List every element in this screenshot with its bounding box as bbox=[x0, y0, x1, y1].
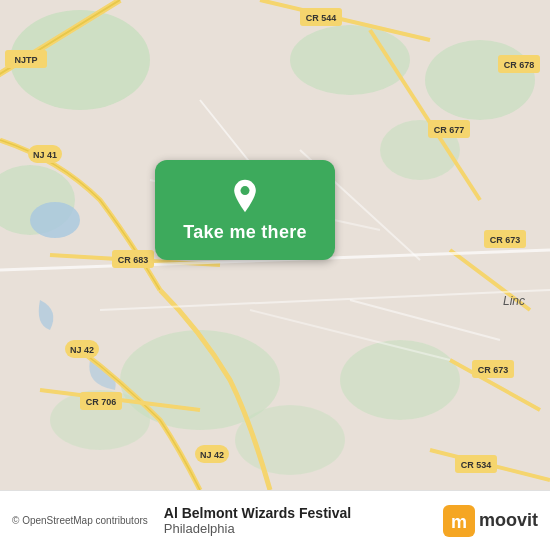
svg-text:NJ 41: NJ 41 bbox=[33, 150, 57, 160]
svg-text:CR 544: CR 544 bbox=[306, 13, 337, 23]
svg-text:CR 683: CR 683 bbox=[118, 255, 149, 265]
svg-text:CR 677: CR 677 bbox=[434, 125, 465, 135]
svg-text:CR 673: CR 673 bbox=[490, 235, 521, 245]
svg-text:Linc: Linc bbox=[503, 294, 525, 308]
svg-point-7 bbox=[340, 340, 460, 420]
svg-text:CR 534: CR 534 bbox=[461, 460, 492, 470]
moovit-text: moovit bbox=[479, 510, 538, 531]
svg-point-52 bbox=[241, 186, 250, 195]
svg-point-10 bbox=[30, 202, 80, 238]
osm-attribution: © OpenStreetMap contributors bbox=[12, 515, 148, 526]
destination-info: Al Belmont Wizards Festival Philadelphia bbox=[164, 505, 433, 536]
svg-text:NJ 42: NJ 42 bbox=[70, 345, 94, 355]
svg-text:CR 678: CR 678 bbox=[504, 60, 535, 70]
svg-text:CR 706: CR 706 bbox=[86, 397, 117, 407]
location-pin-icon bbox=[227, 178, 263, 214]
svg-text:CR 673: CR 673 bbox=[478, 365, 509, 375]
bottom-bar: © OpenStreetMap contributors Al Belmont … bbox=[0, 490, 550, 550]
destination-name: Al Belmont Wizards Festival bbox=[164, 505, 433, 521]
moovit-icon: m bbox=[443, 505, 475, 537]
svg-text:m: m bbox=[451, 512, 467, 532]
svg-point-9 bbox=[235, 405, 345, 475]
moovit-logo: m moovit bbox=[443, 505, 538, 537]
map-area: NJTP NJ 41 NJ 42 NJ 42 CR 544 CR 677 CR … bbox=[0, 0, 550, 490]
svg-point-5 bbox=[290, 25, 410, 95]
svg-point-3 bbox=[425, 40, 535, 120]
take-me-there-button[interactable]: Take me there bbox=[155, 160, 335, 260]
destination-city: Philadelphia bbox=[164, 521, 433, 536]
svg-text:NJTP: NJTP bbox=[14, 55, 37, 65]
button-label: Take me there bbox=[183, 222, 307, 243]
svg-text:NJ 42: NJ 42 bbox=[200, 450, 224, 460]
